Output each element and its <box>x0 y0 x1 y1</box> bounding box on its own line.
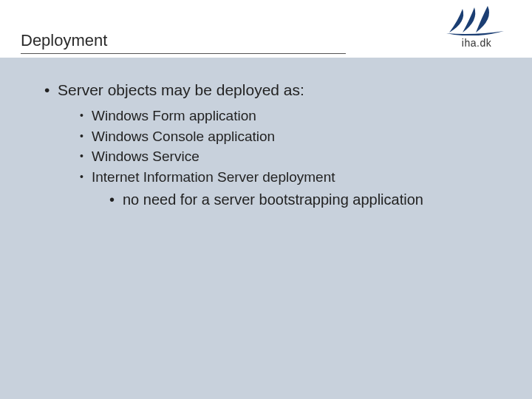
slide-body: •Server objects may be deployed as: •Win… <box>0 58 532 399</box>
sub-point-text: no need for a server bootstrapping appli… <box>123 191 423 208</box>
main-bullet: •Server objects may be deployed as: <box>44 81 502 99</box>
list-item-text: Internet Information Server deployment <box>92 169 335 185</box>
logo-text: iha.dk <box>445 37 508 49</box>
logo: iha.dk <box>445 6 508 49</box>
bullet-icon: • <box>80 129 92 143</box>
list-item: •Internet Information Server deployment <box>80 168 502 187</box>
list-item-text: Windows Service <box>92 149 200 164</box>
bullet-icon: • <box>44 81 58 99</box>
bullet-icon: • <box>80 109 92 123</box>
bullet-icon: • <box>80 149 92 163</box>
sail-logo-icon <box>445 6 508 35</box>
list-item: •Windows Service <box>80 147 502 166</box>
list-item: •Windows Console application <box>80 127 502 146</box>
slide-header: Deployment iha.dk <box>0 0 532 58</box>
bullet-icon: • <box>109 191 123 208</box>
bullet-icon: • <box>80 170 92 184</box>
list-item-text: Windows Console application <box>92 129 275 144</box>
main-point-text: Server objects may be deployed as: <box>58 81 304 98</box>
slide-title: Deployment <box>21 31 107 50</box>
list-item-text: Windows Form application <box>92 108 256 123</box>
sub-bullet: •no need for a server bootstrapping appl… <box>109 191 502 208</box>
list-item: •Windows Form application <box>80 106 502 126</box>
title-underline <box>21 53 346 54</box>
